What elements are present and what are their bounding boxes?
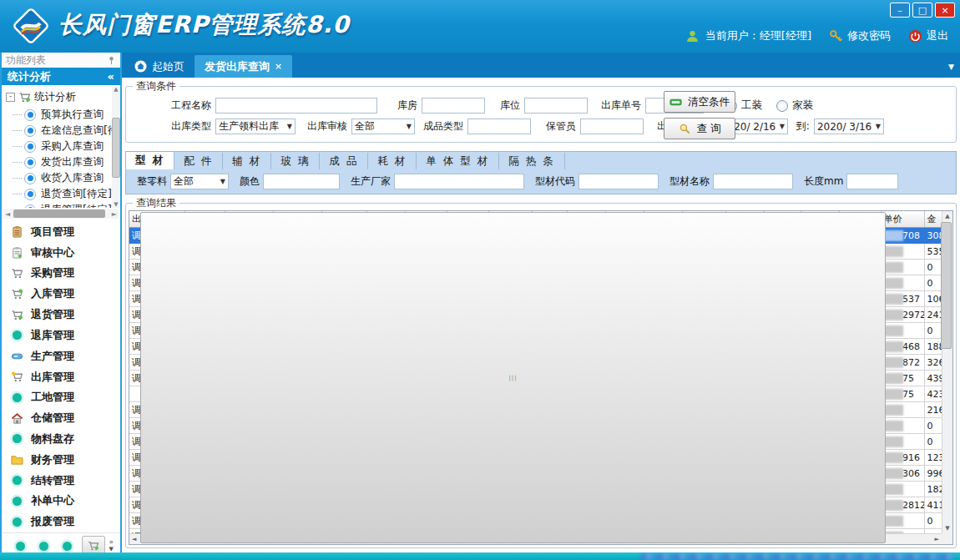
- product-type-input[interactable]: [467, 119, 531, 134]
- cart-return-icon: [10, 308, 23, 321]
- material-tab[interactable]: 型 材: [126, 152, 174, 169]
- tree-item-label: 退库管理[待定]: [41, 203, 112, 208]
- grid-vscroll-thumb[interactable]: [941, 222, 952, 349]
- product-type-label: 成品类型: [423, 119, 463, 134]
- section-header-statistics[interactable]: 统计分析 «: [2, 68, 120, 85]
- close-button[interactable]: ×: [935, 3, 955, 18]
- change-password-button[interactable]: 修改密码: [829, 28, 891, 43]
- sidebar-menu-item[interactable]: 退货管理: [2, 305, 120, 325]
- tree-item[interactable]: 退货查询[待定]: [13, 186, 120, 202]
- sidebar-menu-item[interactable]: 结转管理: [2, 471, 120, 491]
- profile-name-input[interactable]: [713, 174, 793, 189]
- tree-expander-icon[interactable]: -: [6, 93, 15, 102]
- sidebar-menu-item[interactable]: 审核中心: [2, 243, 120, 263]
- table-cell: 0: [924, 545, 949, 546]
- tree-item[interactable]: 收货入库查询: [13, 170, 120, 186]
- sidebar-menu-item[interactable]: 项目管理: [2, 222, 120, 242]
- logout-button[interactable]: 退出: [908, 28, 948, 43]
- tab-overflow-icon[interactable]: ▼: [948, 63, 954, 71]
- grid-hscroll-thumb[interactable]: |||: [140, 212, 886, 543]
- manufacturer-label: 生产厂家: [351, 174, 391, 189]
- table-cell: 60: [839, 545, 881, 546]
- maximize-button[interactable]: □: [912, 3, 932, 18]
- tree-connector: [13, 194, 22, 194]
- tree-item[interactable]: 在途信息查询[待: [13, 123, 120, 139]
- table-cell: ███75: [881, 386, 924, 402]
- material-tab[interactable]: 玻 璃: [271, 153, 320, 169]
- tree-item[interactable]: 预算执行查询: [13, 107, 120, 123]
- redacted-text: ███: [884, 246, 902, 257]
- toolbar-more-button[interactable]: » ▼: [109, 538, 114, 553]
- tab-start-page[interactable]: 起始页: [124, 55, 195, 78]
- outbound-type-select[interactable]: 生产领料出库▼: [215, 119, 296, 134]
- material-tab[interactable]: 辅 材: [223, 153, 271, 169]
- material-tab[interactable]: 耗 材: [368, 153, 417, 169]
- project-name-input[interactable]: [215, 98, 377, 114]
- project-name-label: 工程名称: [171, 98, 211, 113]
- tab-close-icon[interactable]: ×: [275, 61, 282, 72]
- sidebar-menu-item[interactable]: 财务管理: [2, 450, 120, 470]
- sidebar-menu-item[interactable]: 仓储管理: [2, 408, 120, 428]
- redacted-text: ███: [884, 436, 902, 447]
- toolbar-dot-icon[interactable]: [63, 542, 72, 551]
- tree-item[interactable]: 退库管理[待定]: [13, 202, 120, 208]
- tree-node-icon: [24, 157, 36, 169]
- warehouse-input[interactable]: [422, 98, 485, 114]
- table-cell: ███: [881, 434, 924, 450]
- tree-node-icon: [24, 189, 36, 200]
- tree-item[interactable]: 采购入库查询: [13, 139, 120, 154]
- function-list-header: 功能列表: [2, 53, 120, 68]
- toolbar-dot-icon[interactable]: [16, 542, 25, 551]
- sidebar-menu-item[interactable]: 工地管理: [2, 387, 120, 407]
- tree-node-icon: [24, 141, 36, 153]
- search-button[interactable]: 查 询: [664, 118, 735, 139]
- collapse-icon[interactable]: «: [108, 70, 114, 83]
- table-row[interactable]: 调拨出库35122020/3/4工███共工程陈琳F区1L2F整料光身料6063…: [129, 545, 949, 546]
- column-header[interactable]: 单价: [881, 211, 924, 228]
- tab-shipment-outbound-query[interactable]: 发货出库查询×: [195, 55, 292, 78]
- location-input[interactable]: [524, 98, 588, 114]
- app-logo-icon: [12, 7, 50, 45]
- tree-item[interactable]: 发货出库查询: [13, 154, 120, 170]
- order-no-label: 出库单号: [601, 98, 641, 113]
- tree-root[interactable]: - 统计分析: [2, 88, 120, 107]
- sidebar-menu-item[interactable]: 生产管理: [2, 346, 120, 366]
- length-input[interactable]: [846, 174, 898, 189]
- table-cell: ███: [881, 482, 924, 497]
- minimize-button[interactable]: –: [890, 3, 910, 18]
- clear-conditions-button[interactable]: 清空条件: [664, 91, 735, 113]
- outbound-audit-select[interactable]: 全部▼: [351, 119, 415, 134]
- tree-horizontal-scrollbar[interactable]: ◄►: [3, 209, 119, 219]
- tree-vertical-scrollbar[interactable]: ▲▼: [112, 87, 120, 208]
- statistics-tree: - 统计分析 预算执行查询在途信息查询[待采购入库查询发货出库查询收货入库查询退…: [2, 85, 120, 208]
- material-tab[interactable]: 成 品: [320, 153, 368, 169]
- sidebar-menu-item[interactable]: 采购管理: [2, 263, 120, 283]
- table-cell: ███306: [881, 466, 924, 482]
- sidebar-menu-item[interactable]: 报废管理: [2, 512, 120, 532]
- material-tab[interactable]: 隔 热 条: [499, 153, 564, 169]
- material-tab[interactable]: 配 件: [174, 153, 223, 169]
- sidebar-menu-item[interactable]: 出库管理: [2, 367, 120, 387]
- table-cell: ███75: [881, 371, 924, 386]
- table-cell: ███2812: [881, 497, 924, 513]
- toolbar-dot-icon[interactable]: [39, 542, 48, 551]
- manufacturer-input[interactable]: [394, 174, 524, 189]
- profile-code-input[interactable]: [579, 174, 659, 189]
- tree-item-label: 退货查询[待定]: [41, 187, 112, 201]
- main-content: 起始页发货出库查询× ▼ 查询条件 工程名称 库房 库位 出库单号: [122, 53, 960, 560]
- pin-icon[interactable]: [107, 56, 116, 65]
- sidebar-menu-item[interactable]: 退库管理: [2, 325, 120, 346]
- keeper-input[interactable]: [580, 119, 644, 134]
- dot-icon: [10, 474, 23, 487]
- sidebar-menu-item[interactable]: 入库管理: [2, 284, 120, 304]
- sidebar-menu-item[interactable]: 物料盘存: [2, 429, 120, 449]
- sidebar-menu-label: 审核中心: [31, 245, 74, 260]
- color-input[interactable]: [263, 174, 340, 189]
- radio-jiazhuang[interactable]: [776, 100, 788, 112]
- sidebar-menu-item[interactable]: 补单中心: [2, 491, 120, 511]
- date-to-picker[interactable]: 2020/ 3/16▼: [814, 119, 884, 134]
- whole-piece-select[interactable]: 全部▼: [170, 174, 229, 189]
- profile-name-label: 型材名称: [669, 174, 710, 189]
- table-cell: 6063-T5: [532, 545, 567, 546]
- material-tab[interactable]: 单 体 型 材: [417, 153, 499, 169]
